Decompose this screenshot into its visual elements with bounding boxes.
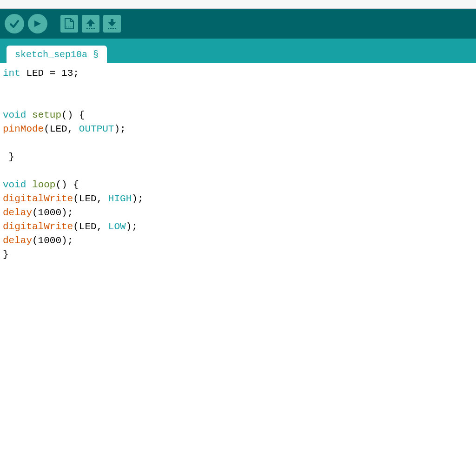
arrow-down-icon	[107, 18, 117, 30]
upload-button[interactable]	[28, 14, 47, 33]
code-token: setup	[26, 110, 61, 120]
code-token: }	[3, 152, 14, 162]
code-token: void	[3, 110, 26, 120]
code-token: delay	[3, 207, 32, 218]
svg-rect-4	[89, 23, 92, 26]
svg-marker-1	[65, 19, 73, 29]
code-token: );	[132, 193, 143, 204]
code-token: void	[3, 179, 26, 190]
menu-bar: File Edit Sketch Tools Help	[0, 0, 476, 9]
save-sketch-button[interactable]	[103, 15, 121, 33]
new-sketch-button[interactable]	[60, 15, 78, 33]
code-editor[interactable]: int LED = 13; void setup() { pinMode(LED…	[0, 63, 476, 265]
code-token: OUTPUT	[79, 124, 114, 134]
toolbar	[0, 9, 476, 39]
code-token: LOW	[108, 221, 126, 232]
check-icon	[9, 18, 20, 29]
code-token: LED = 13;	[20, 68, 79, 79]
code-token: (1000);	[32, 235, 73, 246]
code-token: (1000);	[32, 207, 73, 218]
code-token: digitalWrite	[3, 193, 73, 204]
svg-marker-0	[34, 20, 41, 27]
arrow-up-icon	[86, 18, 96, 30]
svg-rect-6	[111, 19, 113, 22]
code-token: () {	[61, 110, 85, 120]
code-token: (LED,	[44, 124, 79, 134]
code-token: }	[3, 249, 9, 260]
code-token: (LED,	[73, 193, 108, 204]
tab-strip: sketch_sep10a §	[0, 39, 476, 63]
open-sketch-button[interactable]	[82, 15, 99, 33]
code-token: );	[114, 124, 126, 134]
code-token: HIGH	[108, 193, 132, 204]
svg-marker-7	[108, 22, 116, 26]
code-token: delay	[3, 235, 32, 246]
code-token: (LED,	[73, 221, 108, 232]
code-token: );	[126, 221, 138, 232]
svg-marker-3	[86, 19, 95, 24]
tab-sketch[interactable]: sketch_sep10a §	[7, 46, 107, 63]
code-token: int	[3, 68, 20, 79]
code-token: () {	[55, 179, 79, 190]
code-token: loop	[26, 179, 55, 190]
code-token: pinMode	[3, 124, 44, 134]
file-icon	[64, 18, 74, 30]
verify-button[interactable]	[5, 14, 24, 33]
arrow-right-icon	[32, 18, 43, 29]
code-token: digitalWrite	[3, 221, 73, 232]
